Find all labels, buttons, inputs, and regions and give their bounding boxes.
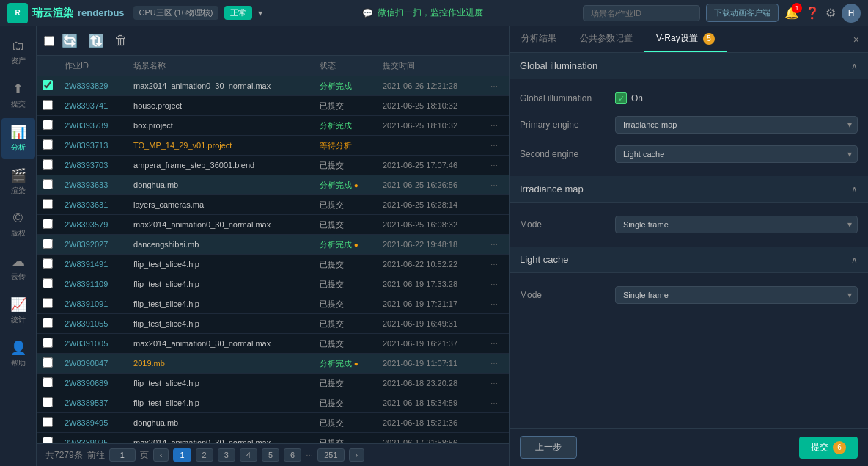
row-job-id[interactable]: 2W8391005	[59, 334, 128, 354]
tab-common[interactable]: 公共参数记置	[568, 26, 644, 52]
dropdown-arrow-icon[interactable]: ▾	[258, 8, 262, 18]
sidebar-item-copyright[interactable]: © 版权	[1, 205, 35, 244]
stats-icon: 📈	[10, 296, 26, 313]
download-button[interactable]: 下载动画客户端	[706, 4, 779, 22]
panel-tabs: 分析结果 公共参数记置 V-Ray设置 5 ×	[510, 26, 868, 53]
avatar-button[interactable]: H	[842, 4, 861, 23]
lc-section-header[interactable]: Light cache ∧	[510, 247, 868, 273]
prev-step-button[interactable]: 上一步	[520, 436, 577, 459]
row-job-id[interactable]: 2W8393631	[59, 195, 128, 215]
row-checkbox[interactable]	[43, 239, 53, 249]
gi-section-header[interactable]: Global illumination ∧	[510, 53, 868, 79]
row-checkbox[interactable]	[43, 417, 53, 427]
search-input[interactable]	[583, 5, 700, 21]
notification-button[interactable]: 🔔1	[784, 6, 799, 20]
row-checkbox[interactable]	[43, 80, 53, 90]
sidebar-item-stats[interactable]: 📈 统计	[1, 291, 35, 331]
lc-mode-select[interactable]: Single frame Multi frame From file	[615, 286, 858, 304]
reload-button[interactable]: 🔃	[85, 30, 107, 52]
row-checkbox[interactable]	[43, 298, 53, 308]
delete-button[interactable]: 🗑	[111, 30, 130, 51]
row-checkbox[interactable]	[43, 139, 53, 150]
row-checkbox[interactable]	[43, 397, 53, 407]
notification-count: 1	[792, 3, 802, 13]
row-status: 已提交	[314, 374, 377, 393]
analyze-icon: 📊	[10, 124, 26, 140]
second-engine-select[interactable]: Light cache None Brute force	[615, 145, 858, 163]
row-checkbox-cell	[37, 413, 59, 433]
row-checkbox[interactable]	[43, 100, 53, 110]
page-last-button[interactable]: 251	[317, 448, 344, 462]
asset-icon: 🗂	[12, 38, 25, 54]
page-3-button[interactable]: 3	[218, 448, 235, 462]
irr-mode-select[interactable]: Single frame Multi frame From file	[615, 216, 858, 233]
row-job-id[interactable]: 2W8393829	[59, 76, 128, 96]
row-job-id[interactable]: 2W8389025	[59, 433, 128, 444]
row-job-id[interactable]: 2W8393703	[59, 156, 128, 175]
tab-analysis[interactable]: 分析结果	[510, 26, 568, 52]
row-job-id[interactable]: 2W8391109	[59, 274, 128, 294]
sidebar-item-help[interactable]: 👤 帮助	[1, 334, 35, 374]
settings-button[interactable]: ⚙	[825, 6, 836, 20]
page-5-button[interactable]: 5	[262, 448, 279, 462]
table-row: 2W8390689 flip_test_slice4.hip 已提交 2021-…	[37, 374, 509, 393]
row-checkbox[interactable]	[43, 179, 53, 189]
row-checkbox[interactable]	[43, 437, 53, 443]
page-2-button[interactable]: 2	[196, 448, 213, 462]
row-job-id[interactable]: 2W8389495	[59, 413, 128, 433]
pagination-bar: 共7279条 前往 页 ‹ 1 2 3 4 5 6 ··· 251 ›	[37, 443, 509, 466]
row-job-id[interactable]: 2W8391491	[59, 255, 128, 274]
sidebar-label-copyright: 版权	[11, 228, 26, 239]
row-job-id[interactable]: 2W8390689	[59, 374, 128, 393]
row-time: 2021-06-18 23:20:28	[377, 374, 485, 393]
sidebar-item-submit[interactable]: ⬆ 提交	[1, 75, 35, 115]
row-job-id[interactable]: 2W8393741	[59, 96, 128, 116]
row-job-id[interactable]: 2W8390847	[59, 354, 128, 374]
row-job-id[interactable]: 2W8391055	[59, 314, 128, 334]
row-job-id[interactable]: 2W8392027	[59, 235, 128, 255]
gi-checkbox-wrapper[interactable]: ✓ On	[615, 92, 858, 104]
row-extra: ⋯	[485, 274, 509, 294]
row-job-id[interactable]: 2W8393633	[59, 175, 128, 195]
sidebar-item-analyze[interactable]: 📊 分析	[1, 118, 35, 159]
row-extra: ⋯	[485, 195, 509, 215]
submit-button[interactable]: 提交 6	[799, 437, 858, 459]
row-job-id[interactable]: 2W8393713	[59, 136, 128, 156]
sidebar-item-cloud[interactable]: ☁ 云传	[1, 247, 35, 288]
tab-vray[interactable]: V-Ray设置 5	[644, 26, 727, 52]
help-button[interactable]: ❓	[805, 6, 820, 20]
primary-engine-label: Primary engine	[520, 120, 608, 130]
row-job-id[interactable]: 2W8393579	[59, 215, 128, 235]
row-checkbox[interactable]	[43, 199, 53, 209]
gi-checkbox[interactable]: ✓	[615, 92, 627, 104]
refresh-button[interactable]: 🔄	[59, 30, 81, 52]
row-job-id[interactable]: 2W8391091	[59, 294, 128, 314]
primary-engine-select[interactable]: Irradiance map Brute force Light cache	[615, 116, 858, 134]
row-checkbox[interactable]	[43, 318, 53, 328]
sidebar-item-render[interactable]: 🎬 渲染	[1, 161, 35, 202]
row-checkbox[interactable]	[43, 258, 53, 269]
row-filename: flip_test_slice4.hip	[128, 255, 314, 274]
row-status: 分析完成	[314, 76, 377, 96]
page-input[interactable]	[109, 448, 136, 462]
row-checkbox[interactable]	[43, 357, 53, 368]
row-checkbox[interactable]	[43, 120, 53, 130]
row-checkbox[interactable]	[43, 159, 53, 170]
row-job-id[interactable]: 2W8389537	[59, 393, 128, 413]
select-all-checkbox[interactable]	[44, 36, 54, 46]
row-checkbox[interactable]	[43, 338, 53, 348]
page-4-button[interactable]: 4	[240, 448, 257, 462]
row-checkbox[interactable]	[43, 219, 53, 229]
panel-close-button[interactable]: ×	[845, 28, 868, 51]
page-6-button[interactable]: 6	[284, 448, 301, 462]
row-checkbox[interactable]	[43, 377, 53, 387]
row-status: 已提交	[314, 156, 377, 175]
irr-section-header[interactable]: Irradiance map ∧	[510, 176, 868, 203]
row-checkbox[interactable]	[43, 278, 53, 288]
page-1-button[interactable]: 1	[173, 448, 191, 462]
brand-name: renderbus	[78, 7, 125, 18]
prev-page-button[interactable]: ‹	[153, 448, 169, 462]
row-job-id[interactable]: 2W8393739	[59, 116, 128, 136]
sidebar-item-asset[interactable]: 🗂 资产	[1, 32, 35, 72]
next-page-button[interactable]: ›	[349, 448, 365, 462]
